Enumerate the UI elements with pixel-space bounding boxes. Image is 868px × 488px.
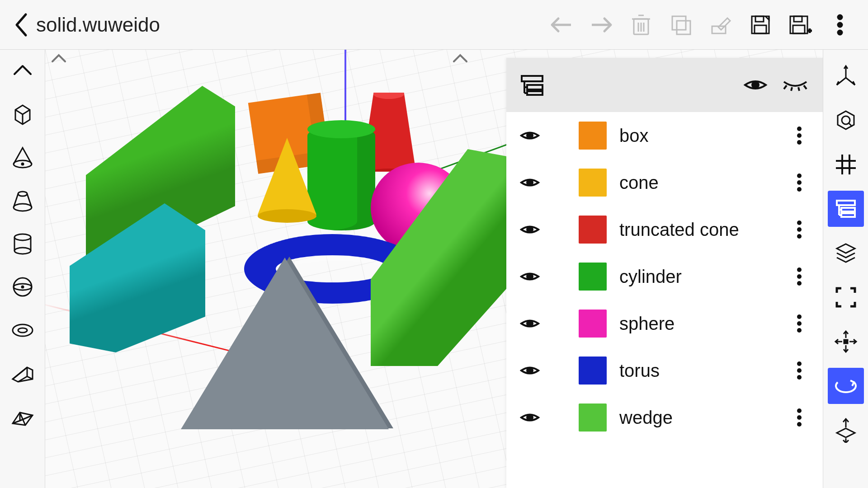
delete-button[interactable] bbox=[621, 5, 661, 45]
edit-button[interactable] bbox=[701, 5, 741, 45]
svg-point-62 bbox=[527, 321, 533, 326]
item-menu-icon[interactable] bbox=[789, 173, 809, 192]
tool-cone-icon[interactable] bbox=[7, 141, 38, 173]
svg-point-65 bbox=[797, 328, 802, 333]
scene-items-list: boxconetruncated conecylinderspheretorus… bbox=[506, 112, 823, 488]
visibility-toggle-icon[interactable] bbox=[520, 361, 540, 380]
svg-point-58 bbox=[527, 274, 533, 279]
tool-cylinder-icon[interactable] bbox=[7, 228, 38, 259]
svg-point-68 bbox=[797, 368, 802, 373]
pan-tool-icon[interactable] bbox=[828, 324, 864, 360]
visibility-toggle-icon[interactable] bbox=[520, 267, 540, 286]
collapse-panel-icon[interactable] bbox=[452, 53, 468, 63]
item-menu-icon[interactable] bbox=[789, 267, 809, 286]
svg-point-72 bbox=[797, 415, 802, 420]
svg-point-27 bbox=[14, 248, 31, 254]
scene-item-row[interactable]: box bbox=[506, 112, 823, 159]
extrude-tool-icon[interactable] bbox=[828, 412, 864, 448]
svg-point-56 bbox=[797, 227, 802, 232]
scene-item-row[interactable]: cylinder bbox=[506, 253, 823, 300]
svg-point-55 bbox=[797, 221, 802, 225]
grid-tool-icon[interactable] bbox=[828, 146, 864, 183]
item-menu-icon[interactable] bbox=[789, 220, 809, 239]
svg-point-46 bbox=[527, 133, 533, 138]
scene-item-row[interactable]: wedge bbox=[506, 394, 823, 441]
svg-line-43 bbox=[791, 87, 792, 91]
scene-item-label: box bbox=[619, 126, 777, 146]
visibility-toggle-icon[interactable] bbox=[520, 220, 540, 239]
show-all-icon[interactable] bbox=[743, 77, 768, 93]
axes-tool-icon[interactable] bbox=[828, 58, 864, 94]
svg-rect-14 bbox=[793, 25, 805, 33]
tool-truncated-cone-icon[interactable] bbox=[7, 184, 38, 216]
scene-panel-header bbox=[506, 58, 823, 112]
tool-sphere-icon[interactable] bbox=[7, 271, 38, 303]
color-swatch bbox=[579, 263, 607, 291]
save-as-button[interactable] bbox=[780, 5, 820, 45]
svg-point-73 bbox=[797, 422, 802, 427]
svg-rect-13 bbox=[794, 16, 802, 22]
svg-point-41 bbox=[752, 82, 759, 88]
overflow-menu-button[interactable] bbox=[820, 5, 860, 45]
scene-item-label: cone bbox=[619, 173, 777, 193]
redo-button[interactable] bbox=[581, 5, 621, 45]
fullscreen-tool-icon[interactable] bbox=[828, 279, 864, 315]
collapse-viewport-icon[interactable] bbox=[51, 53, 67, 63]
svg-point-18 bbox=[838, 23, 842, 27]
shape-cylinder[interactable] bbox=[307, 127, 375, 230]
hide-all-icon[interactable] bbox=[781, 78, 809, 92]
scene-tree-tool-icon[interactable] bbox=[828, 191, 864, 227]
svg-point-54 bbox=[527, 227, 533, 232]
svg-point-34 bbox=[18, 328, 27, 333]
layers-tool-icon[interactable] bbox=[828, 235, 864, 271]
save-button[interactable] bbox=[741, 5, 780, 45]
left-toolbar bbox=[0, 50, 45, 488]
scene-item-row[interactable]: torus bbox=[506, 347, 823, 394]
svg-point-47 bbox=[797, 127, 802, 131]
svg-line-42 bbox=[784, 85, 787, 89]
visibility-toggle-icon[interactable] bbox=[520, 408, 540, 427]
item-menu-icon[interactable] bbox=[789, 314, 809, 333]
color-swatch bbox=[579, 357, 607, 385]
collapse-left-icon[interactable] bbox=[7, 54, 38, 86]
color-swatch bbox=[579, 122, 607, 150]
item-menu-icon[interactable] bbox=[789, 361, 809, 380]
svg-point-57 bbox=[797, 234, 802, 239]
svg-rect-6 bbox=[672, 16, 686, 30]
tool-torus-icon[interactable] bbox=[7, 314, 38, 346]
svg-rect-85 bbox=[841, 213, 855, 217]
orbit-tool-icon[interactable] bbox=[828, 368, 864, 404]
back-button[interactable] bbox=[8, 12, 33, 38]
svg-point-60 bbox=[797, 274, 802, 279]
item-menu-icon[interactable] bbox=[789, 408, 809, 427]
inspect-tool-icon[interactable] bbox=[828, 102, 864, 138]
scene-item-row[interactable]: sphere bbox=[506, 300, 823, 347]
top-toolbar: solid.wuweido bbox=[0, 0, 868, 50]
shape-pyramid[interactable] bbox=[181, 258, 389, 429]
scene-item-label: wedge bbox=[619, 408, 777, 428]
svg-point-71 bbox=[797, 408, 802, 413]
scene-item-label: sphere bbox=[619, 314, 777, 334]
svg-rect-36 bbox=[527, 85, 542, 89]
tool-wedge-icon[interactable] bbox=[7, 358, 38, 389]
svg-point-22 bbox=[18, 192, 27, 196]
svg-line-44 bbox=[798, 87, 799, 91]
scene-item-row[interactable]: cone bbox=[506, 159, 823, 206]
item-menu-icon[interactable] bbox=[789, 126, 809, 145]
svg-line-45 bbox=[804, 85, 807, 89]
color-swatch bbox=[579, 404, 607, 432]
svg-point-53 bbox=[797, 187, 802, 192]
duplicate-button[interactable] bbox=[661, 5, 701, 45]
svg-point-66 bbox=[527, 368, 533, 373]
undo-button[interactable] bbox=[542, 5, 581, 45]
visibility-toggle-icon[interactable] bbox=[520, 173, 540, 192]
svg-point-52 bbox=[797, 180, 802, 185]
visibility-toggle-icon[interactable] bbox=[520, 314, 540, 333]
tool-box-icon[interactable] bbox=[7, 98, 38, 129]
svg-point-32 bbox=[22, 286, 24, 288]
tool-prism-icon[interactable] bbox=[7, 401, 38, 433]
visibility-toggle-icon[interactable] bbox=[520, 126, 540, 145]
shape-cone[interactable] bbox=[258, 138, 316, 215]
svg-rect-10 bbox=[755, 16, 764, 22]
scene-item-row[interactable]: truncated cone bbox=[506, 206, 823, 253]
